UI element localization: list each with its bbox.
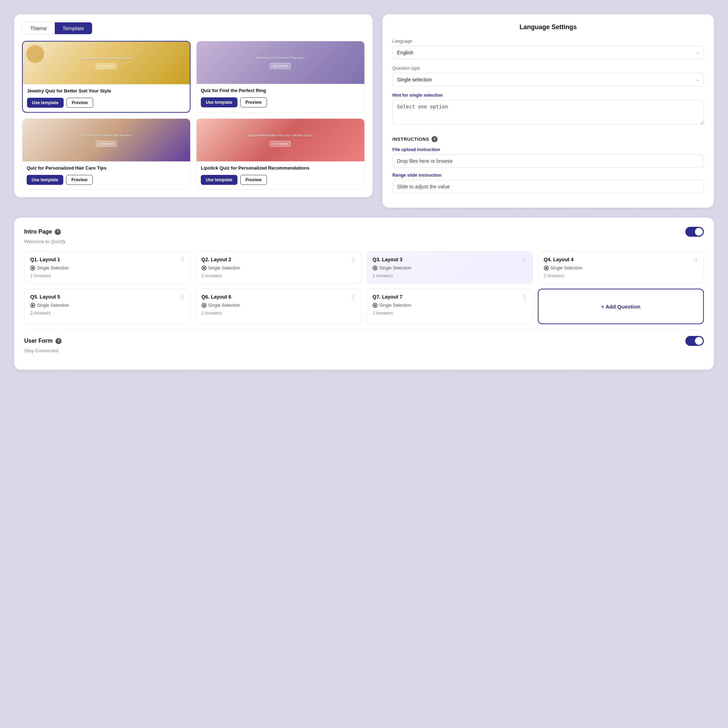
q3-drag-icon[interactable]: ⠿ — [523, 257, 527, 263]
question-card-q5[interactable]: Q5. Layout 5 ⠿ Single Selection 2 Answer… — [24, 289, 191, 324]
q3-type-row: Single Selection — [373, 266, 527, 271]
q3-answers: 2 Answers — [373, 273, 527, 278]
q5-type: Single Selection — [37, 303, 69, 308]
q3-radio-icon — [373, 266, 378, 271]
instructions-title: INSTRUCTIONS — [392, 136, 430, 142]
intro-page-toggle[interactable] — [685, 227, 704, 237]
intro-page-title: Intro Page — [24, 229, 52, 235]
q6-drag-icon[interactable]: ⠿ — [351, 294, 355, 301]
user-form-title: User Form — [24, 338, 53, 344]
q7-radio-icon — [373, 303, 378, 308]
intro-page-header: Intro Page ? — [24, 227, 704, 237]
thumb-lipstick-btn[interactable]: Get Started — [270, 141, 291, 147]
question-type-label: Question type — [392, 66, 704, 71]
question-card-q2[interactable]: Q2. Layout 2 ⠿ Single Selection 2 Answer… — [196, 251, 362, 284]
questions-grid-row2: Q5. Layout 5 ⠿ Single Selection 2 Answer… — [24, 289, 704, 324]
template-card-lipstick: Lipstick Matchmaker Find your ultimate G… — [196, 118, 365, 190]
use-template-hair[interactable]: Use template — [27, 175, 63, 185]
q1-type: Single Selection — [37, 266, 69, 271]
language-select-wrap: English Spanish French German ⌄ — [392, 46, 704, 60]
q6-title: Q6. Layout 6 — [202, 294, 231, 300]
question-card-q4[interactable]: Q4. Layout 4 ⠿ Single Selection 2 Answer… — [538, 251, 704, 284]
language-select[interactable]: English Spanish French German — [392, 46, 704, 60]
q7-drag-icon[interactable]: ⠿ — [523, 294, 527, 301]
intro-page-title-row: Intro Page ? — [24, 229, 61, 235]
q2-answers: 2 Answers — [202, 273, 356, 278]
quiz-builder-section: Intro Page ? Welcome to Quizify Q1. Layo… — [14, 217, 714, 370]
use-template-lipstick[interactable]: Use template — [201, 175, 237, 185]
q5-drag-icon[interactable]: ⠿ — [180, 294, 185, 301]
q4-answers: 2 Answers — [544, 273, 698, 278]
q1-drag-icon[interactable]: ⠿ — [180, 257, 185, 263]
hint-textarea[interactable]: Select one option — [392, 100, 704, 125]
preview-ring[interactable]: Preview — [240, 97, 267, 107]
question-type-select[interactable]: Single selection Multiple selection Text… — [392, 73, 704, 86]
q7-type: Single Selection — [379, 303, 411, 308]
tab-template[interactable]: Template — [55, 22, 92, 34]
file-upload-input[interactable] — [392, 154, 704, 168]
q5-answers: 2 Answers — [30, 310, 185, 316]
q2-drag-icon[interactable]: ⠿ — [351, 257, 355, 263]
file-upload-label: File upload instruction — [392, 147, 704, 152]
use-template-ring[interactable]: Use template — [201, 97, 237, 107]
intro-page-help-icon[interactable]: ? — [55, 229, 61, 235]
q5-title: Q5. Layout 5 — [30, 294, 60, 300]
question-card-q3[interactable]: Q3. Layout 3 ⠿ Single Selection 2 Answer… — [367, 251, 533, 284]
q2-type-row: Single Selection — [202, 266, 356, 271]
language-label: Language — [392, 39, 704, 44]
user-form-divider — [24, 330, 704, 330]
template-card-hair: Discover Your Perfect Hair Routine Get S… — [22, 118, 191, 190]
q2-type: Single Selection — [208, 266, 240, 271]
tab-theme[interactable]: Theme — [22, 22, 55, 34]
thumb-ring-btn[interactable]: Get Started — [270, 63, 291, 69]
user-form-subtitle: Stay Connected — [24, 348, 704, 353]
q1-answers: 2 Answers — [30, 273, 185, 278]
user-form-header: User Form ? — [24, 336, 704, 346]
range-slide-input[interactable] — [392, 180, 704, 193]
tab-bar: Theme Template — [22, 22, 92, 35]
template-grid: Discover Your Perfect Jewelry Style! Get… — [22, 41, 365, 190]
question-card-q7[interactable]: Q7. Layout 7 ⠿ Single Selection 2 Answer… — [367, 289, 533, 324]
question-type-select-wrap: Single selection Multiple selection Text… — [392, 73, 704, 86]
q7-title: Q7. Layout 7 — [373, 294, 402, 300]
q4-drag-icon[interactable]: ⠿ — [693, 257, 698, 263]
q7-answers: 2 Answers — [373, 310, 527, 316]
user-form-help-icon[interactable]: ? — [55, 338, 61, 344]
q5-radio-icon — [30, 303, 35, 308]
q4-type-row: Single Selection — [544, 266, 698, 271]
q1-title: Q1. Layout 1 — [30, 257, 60, 262]
q1-type-row: Single Selection — [30, 266, 185, 271]
instructions-section: INSTRUCTIONS ? File upload instruction R… — [392, 136, 704, 198]
preview-jewelry[interactable]: Preview — [66, 98, 93, 108]
preview-hair[interactable]: Preview — [66, 175, 93, 185]
card-title-jewelry: Jewelry Quiz for Better Suit Your Style — [27, 88, 185, 94]
questions-grid-row1: Q1. Layout 1 ⠿ Single Selection 2 Answer… — [24, 251, 704, 284]
user-form-toggle[interactable] — [685, 336, 704, 346]
hint-label: Hint for single selection — [392, 93, 704, 98]
q4-type: Single Selection — [551, 266, 583, 271]
template-card-ring: Welcome to the Perfect Ring Quiz! Get St… — [196, 41, 365, 113]
card-title-hair: Quiz for Personalized Hair Care Tips — [27, 165, 186, 171]
thumb-jewelry-text: Discover Your Perfect Jewelry Style! — [81, 57, 132, 61]
thumb-ring-text: Welcome to the Perfect Ring Quiz! — [256, 56, 305, 60]
preview-lipstick[interactable]: Preview — [240, 175, 267, 185]
template-card-jewelry: Discover Your Perfect Jewelry Style! Get… — [22, 41, 191, 113]
thumb-jewelry-btn[interactable]: Get Started — [96, 63, 116, 69]
q6-type: Single Selection — [208, 303, 240, 308]
thumb-hair-btn[interactable]: Get Started — [96, 141, 116, 147]
q3-type: Single Selection — [379, 266, 411, 271]
user-form-title-row: User Form ? — [24, 338, 61, 344]
question-card-q1[interactable]: Q1. Layout 1 ⠿ Single Selection 2 Answer… — [24, 251, 191, 284]
use-template-jewelry[interactable]: Use template — [27, 98, 64, 108]
language-settings-title: Language Settings — [392, 23, 704, 31]
q6-type-row: Single Selection — [202, 303, 356, 308]
add-question-label: + Add Question — [601, 304, 641, 310]
q2-title: Q2. Layout 2 — [202, 257, 231, 262]
question-card-q6[interactable]: Q6. Layout 6 ⠿ Single Selection 2 Answer… — [196, 289, 362, 324]
q2-radio-icon — [202, 266, 206, 271]
add-question-card[interactable]: + Add Question — [538, 289, 704, 324]
card-title-ring: Quiz for Find the Perfect Ring — [201, 87, 360, 94]
q4-radio-icon — [544, 266, 549, 271]
instructions-help-icon[interactable]: ? — [431, 136, 437, 142]
intro-page-subtitle: Welcome to Quizify — [24, 239, 704, 244]
